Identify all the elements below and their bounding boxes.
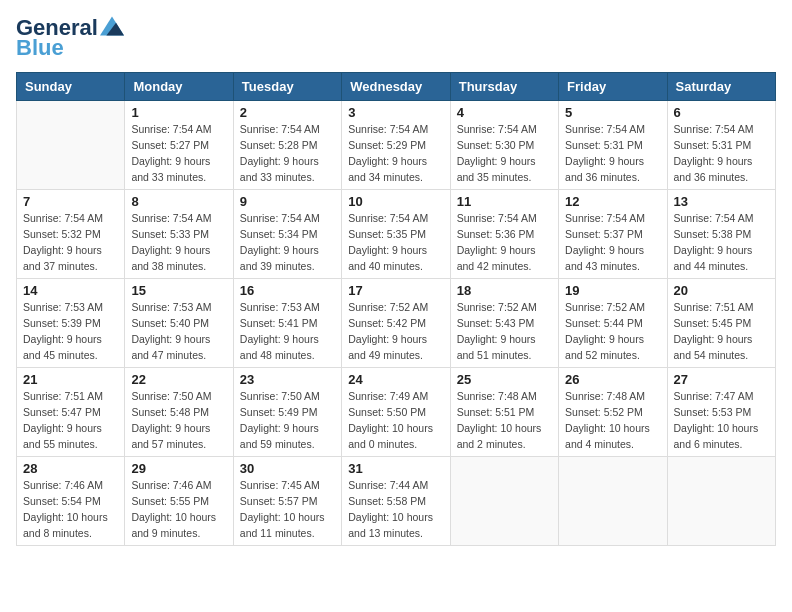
day-number: 14 <box>23 283 118 298</box>
day-info: Sunrise: 7:51 AMSunset: 5:47 PMDaylight:… <box>23 389 118 452</box>
calendar-cell: 1Sunrise: 7:54 AMSunset: 5:27 PMDaylight… <box>125 101 233 190</box>
day-number: 28 <box>23 461 118 476</box>
day-number: 7 <box>23 194 118 209</box>
calendar-cell: 18Sunrise: 7:52 AMSunset: 5:43 PMDayligh… <box>450 279 558 368</box>
day-number: 11 <box>457 194 552 209</box>
day-number: 27 <box>674 372 769 387</box>
calendar-cell: 13Sunrise: 7:54 AMSunset: 5:38 PMDayligh… <box>667 190 775 279</box>
calendar-cell: 7Sunrise: 7:54 AMSunset: 5:32 PMDaylight… <box>17 190 125 279</box>
calendar-week-row: 1Sunrise: 7:54 AMSunset: 5:27 PMDaylight… <box>17 101 776 190</box>
calendar-cell: 29Sunrise: 7:46 AMSunset: 5:55 PMDayligh… <box>125 457 233 546</box>
logo-blue-text: Blue <box>16 36 64 60</box>
calendar-cell: 2Sunrise: 7:54 AMSunset: 5:28 PMDaylight… <box>233 101 341 190</box>
calendar-cell <box>450 457 558 546</box>
weekday-monday: Monday <box>125 73 233 101</box>
day-info: Sunrise: 7:48 AMSunset: 5:51 PMDaylight:… <box>457 389 552 452</box>
calendar-cell: 8Sunrise: 7:54 AMSunset: 5:33 PMDaylight… <box>125 190 233 279</box>
calendar-week-row: 28Sunrise: 7:46 AMSunset: 5:54 PMDayligh… <box>17 457 776 546</box>
day-info: Sunrise: 7:54 AMSunset: 5:35 PMDaylight:… <box>348 211 443 274</box>
day-info: Sunrise: 7:46 AMSunset: 5:54 PMDaylight:… <box>23 478 118 541</box>
calendar-cell: 30Sunrise: 7:45 AMSunset: 5:57 PMDayligh… <box>233 457 341 546</box>
day-number: 30 <box>240 461 335 476</box>
day-number: 20 <box>674 283 769 298</box>
day-info: Sunrise: 7:54 AMSunset: 5:32 PMDaylight:… <box>23 211 118 274</box>
calendar-cell <box>559 457 667 546</box>
calendar-cell: 21Sunrise: 7:51 AMSunset: 5:47 PMDayligh… <box>17 368 125 457</box>
day-number: 21 <box>23 372 118 387</box>
day-info: Sunrise: 7:53 AMSunset: 5:39 PMDaylight:… <box>23 300 118 363</box>
day-number: 17 <box>348 283 443 298</box>
logo: General Blue <box>16 16 124 60</box>
day-info: Sunrise: 7:48 AMSunset: 5:52 PMDaylight:… <box>565 389 660 452</box>
calendar-cell: 15Sunrise: 7:53 AMSunset: 5:40 PMDayligh… <box>125 279 233 368</box>
weekday-tuesday: Tuesday <box>233 73 341 101</box>
day-info: Sunrise: 7:54 AMSunset: 5:38 PMDaylight:… <box>674 211 769 274</box>
calendar-cell: 25Sunrise: 7:48 AMSunset: 5:51 PMDayligh… <box>450 368 558 457</box>
day-number: 15 <box>131 283 226 298</box>
calendar-table: SundayMondayTuesdayWednesdayThursdayFrid… <box>16 72 776 546</box>
day-number: 22 <box>131 372 226 387</box>
calendar-cell: 12Sunrise: 7:54 AMSunset: 5:37 PMDayligh… <box>559 190 667 279</box>
day-info: Sunrise: 7:50 AMSunset: 5:48 PMDaylight:… <box>131 389 226 452</box>
calendar-week-row: 14Sunrise: 7:53 AMSunset: 5:39 PMDayligh… <box>17 279 776 368</box>
weekday-wednesday: Wednesday <box>342 73 450 101</box>
weekday-header-row: SundayMondayTuesdayWednesdayThursdayFrid… <box>17 73 776 101</box>
calendar-cell: 9Sunrise: 7:54 AMSunset: 5:34 PMDaylight… <box>233 190 341 279</box>
day-info: Sunrise: 7:52 AMSunset: 5:44 PMDaylight:… <box>565 300 660 363</box>
day-info: Sunrise: 7:54 AMSunset: 5:34 PMDaylight:… <box>240 211 335 274</box>
day-info: Sunrise: 7:49 AMSunset: 5:50 PMDaylight:… <box>348 389 443 452</box>
calendar-cell <box>17 101 125 190</box>
day-info: Sunrise: 7:47 AMSunset: 5:53 PMDaylight:… <box>674 389 769 452</box>
day-number: 3 <box>348 105 443 120</box>
day-info: Sunrise: 7:50 AMSunset: 5:49 PMDaylight:… <box>240 389 335 452</box>
weekday-sunday: Sunday <box>17 73 125 101</box>
day-info: Sunrise: 7:53 AMSunset: 5:41 PMDaylight:… <box>240 300 335 363</box>
day-number: 31 <box>348 461 443 476</box>
day-info: Sunrise: 7:52 AMSunset: 5:43 PMDaylight:… <box>457 300 552 363</box>
day-info: Sunrise: 7:52 AMSunset: 5:42 PMDaylight:… <box>348 300 443 363</box>
logo-icon <box>100 16 124 36</box>
day-info: Sunrise: 7:45 AMSunset: 5:57 PMDaylight:… <box>240 478 335 541</box>
day-number: 5 <box>565 105 660 120</box>
day-info: Sunrise: 7:54 AMSunset: 5:30 PMDaylight:… <box>457 122 552 185</box>
day-info: Sunrise: 7:54 AMSunset: 5:31 PMDaylight:… <box>674 122 769 185</box>
day-number: 24 <box>348 372 443 387</box>
day-number: 2 <box>240 105 335 120</box>
calendar-cell: 10Sunrise: 7:54 AMSunset: 5:35 PMDayligh… <box>342 190 450 279</box>
calendar-cell: 4Sunrise: 7:54 AMSunset: 5:30 PMDaylight… <box>450 101 558 190</box>
calendar-cell: 22Sunrise: 7:50 AMSunset: 5:48 PMDayligh… <box>125 368 233 457</box>
day-number: 6 <box>674 105 769 120</box>
calendar-cell: 24Sunrise: 7:49 AMSunset: 5:50 PMDayligh… <box>342 368 450 457</box>
day-info: Sunrise: 7:54 AMSunset: 5:29 PMDaylight:… <box>348 122 443 185</box>
calendar-cell: 11Sunrise: 7:54 AMSunset: 5:36 PMDayligh… <box>450 190 558 279</box>
calendar-cell: 31Sunrise: 7:44 AMSunset: 5:58 PMDayligh… <box>342 457 450 546</box>
day-number: 1 <box>131 105 226 120</box>
page-header: General Blue <box>16 16 776 60</box>
day-number: 23 <box>240 372 335 387</box>
day-number: 4 <box>457 105 552 120</box>
calendar-week-row: 21Sunrise: 7:51 AMSunset: 5:47 PMDayligh… <box>17 368 776 457</box>
calendar-cell: 17Sunrise: 7:52 AMSunset: 5:42 PMDayligh… <box>342 279 450 368</box>
day-number: 16 <box>240 283 335 298</box>
calendar-cell: 5Sunrise: 7:54 AMSunset: 5:31 PMDaylight… <box>559 101 667 190</box>
day-info: Sunrise: 7:53 AMSunset: 5:40 PMDaylight:… <box>131 300 226 363</box>
calendar-cell: 20Sunrise: 7:51 AMSunset: 5:45 PMDayligh… <box>667 279 775 368</box>
day-info: Sunrise: 7:54 AMSunset: 5:31 PMDaylight:… <box>565 122 660 185</box>
day-info: Sunrise: 7:51 AMSunset: 5:45 PMDaylight:… <box>674 300 769 363</box>
day-number: 9 <box>240 194 335 209</box>
day-info: Sunrise: 7:54 AMSunset: 5:27 PMDaylight:… <box>131 122 226 185</box>
day-number: 8 <box>131 194 226 209</box>
weekday-thursday: Thursday <box>450 73 558 101</box>
weekday-friday: Friday <box>559 73 667 101</box>
day-info: Sunrise: 7:54 AMSunset: 5:33 PMDaylight:… <box>131 211 226 274</box>
day-info: Sunrise: 7:54 AMSunset: 5:28 PMDaylight:… <box>240 122 335 185</box>
day-number: 13 <box>674 194 769 209</box>
calendar-cell: 26Sunrise: 7:48 AMSunset: 5:52 PMDayligh… <box>559 368 667 457</box>
day-number: 18 <box>457 283 552 298</box>
calendar-cell: 23Sunrise: 7:50 AMSunset: 5:49 PMDayligh… <box>233 368 341 457</box>
day-number: 26 <box>565 372 660 387</box>
day-number: 25 <box>457 372 552 387</box>
calendar-cell: 16Sunrise: 7:53 AMSunset: 5:41 PMDayligh… <box>233 279 341 368</box>
day-number: 19 <box>565 283 660 298</box>
weekday-saturday: Saturday <box>667 73 775 101</box>
